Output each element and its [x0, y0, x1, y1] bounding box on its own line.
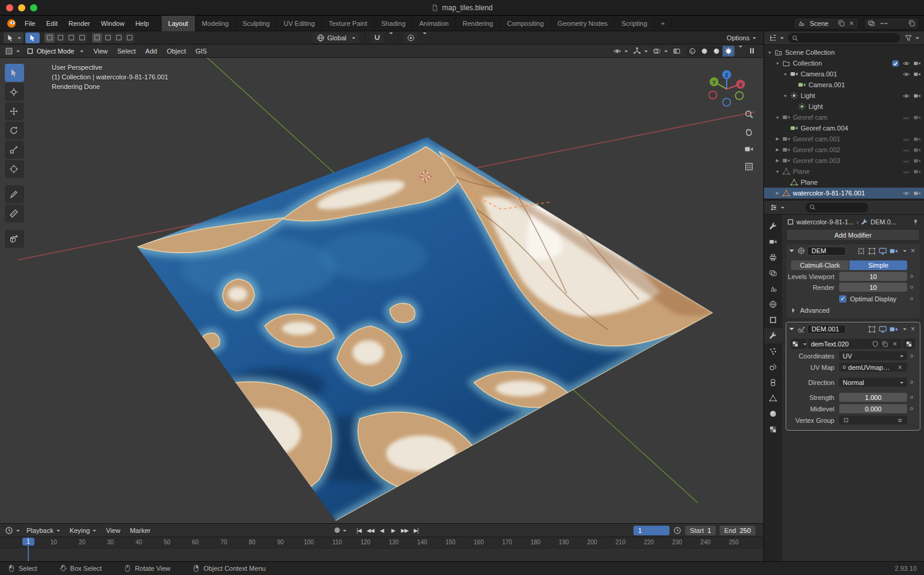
viewport[interactable]: User Perspective (1) Collection | waterc… [0, 58, 763, 523]
render-toggle[interactable] [889, 247, 898, 256]
animate-dot[interactable] [910, 396, 913, 399]
scene-browse-icon[interactable] [797, 19, 805, 27]
viewport-tool-measure[interactable] [5, 204, 24, 223]
enum-catmull-clark[interactable]: Catmull-Clark [791, 260, 849, 270]
viewport-tool-annotate[interactable] [5, 185, 24, 203]
tweak-tool-button[interactable] [25, 32, 40, 43]
camera-icon[interactable] [913, 146, 921, 154]
workspace-tab[interactable]: Modeling [196, 16, 236, 31]
levels-viewport-field[interactable]: 10 [839, 272, 907, 281]
properties-search-input[interactable] [805, 203, 868, 212]
outliner-row[interactable]: Light [764, 101, 924, 112]
transport-button[interactable]: ▶| [410, 525, 422, 536]
realtime-toggle[interactable] [878, 247, 887, 256]
workspace-tab[interactable]: Texture Paint [322, 16, 374, 31]
select-mode-extend-button[interactable] [55, 33, 66, 43]
select-option-4-button[interactable] [125, 33, 135, 43]
blender-logo-icon[interactable] [6, 18, 17, 29]
topbar-menu-item[interactable]: Help [130, 16, 155, 31]
workspace-tab[interactable]: Compositing [500, 16, 551, 31]
pin-icon[interactable] [912, 218, 919, 226]
outliner-filter-dropdown[interactable] [902, 32, 921, 43]
gizmo-neg-z-axis[interactable] [723, 99, 731, 106]
outliner-row[interactable]: ▶ Georef cam.002 [764, 144, 924, 155]
expand-arrow[interactable]: ▶ [774, 191, 781, 195]
camera-icon[interactable] [913, 92, 921, 100]
levels-render-field[interactable]: 10 [839, 283, 907, 292]
copy-texture-button[interactable] [881, 340, 889, 348]
viewport-canvas[interactable] [0, 58, 763, 523]
properties-tab-modifiers[interactable] [764, 328, 782, 343]
add-modifier-button[interactable]: Add Modifier [786, 229, 920, 241]
modifier-extras-menu[interactable] [900, 249, 907, 253]
expand-arrow[interactable]: ▶ [774, 137, 781, 141]
snap-toggle[interactable] [371, 32, 384, 43]
timeline-menu-item[interactable]: View [101, 524, 125, 537]
outliner-row[interactable]: ▼ Collection [764, 58, 924, 69]
workspace-tab[interactable]: Sculpting [236, 16, 277, 31]
delete-modifier-button[interactable] [909, 325, 917, 333]
properties-tab-material[interactable] [764, 406, 782, 422]
view-layer-selector[interactable]: ~~ [864, 17, 919, 29]
camera-view-icon[interactable] [744, 144, 754, 154]
viewport-tool-move[interactable] [5, 102, 24, 120]
viewport-tool-cursor[interactable] [5, 83, 24, 101]
breadcrumb-modifier[interactable]: DEM.0... [870, 218, 896, 226]
animate-dot[interactable] [910, 297, 913, 300]
camera-icon[interactable] [913, 135, 921, 143]
outliner-row[interactable]: Georef cam.004 [764, 123, 924, 134]
current-frame-field[interactable]: 1 [633, 526, 670, 535]
edit-mode-toggle[interactable] [867, 325, 876, 334]
pause-render-button[interactable] [746, 46, 758, 57]
expand-arrow[interactable]: ▼ [781, 72, 789, 76]
view-layer-name[interactable]: ~~ [878, 20, 905, 27]
move-view-icon[interactable] [744, 127, 754, 137]
new-scene-icon[interactable] [837, 19, 845, 27]
select-option-2-button[interactable] [103, 33, 113, 43]
outliner-row[interactable]: ▶ Georef cam.001 [764, 134, 924, 144]
coordinates-dropdown[interactable]: UV [839, 351, 907, 360]
shading-dropdown[interactable] [736, 48, 742, 55]
camera-icon[interactable] [913, 60, 921, 67]
use-preview-range-icon[interactable] [673, 526, 682, 535]
auto-keying-button[interactable] [332, 525, 349, 536]
workspace-tab[interactable]: Geometry Nodes [551, 16, 615, 31]
select-mode-invert-button[interactable] [77, 33, 87, 43]
editor-type-dropdown[interactable] [3, 46, 22, 57]
outliner-row[interactable]: Plane [764, 177, 924, 188]
topbar-menu-item[interactable]: Edit [41, 16, 63, 31]
end-frame-field[interactable]: End 250 [719, 526, 756, 535]
transport-button[interactable]: ◀◀ [365, 525, 376, 536]
eye-icon[interactable] [902, 189, 910, 197]
camera-icon[interactable] [913, 157, 921, 165]
check-icon[interactable] [892, 60, 899, 67]
breadcrumb-object[interactable]: watercolor-9-81-1... [796, 218, 854, 226]
timeline-ruler[interactable]: 1102030405060708090100110120130140150160… [0, 537, 763, 549]
outliner-search-input[interactable] [788, 33, 900, 43]
select-mode-new-button[interactable] [45, 33, 55, 43]
optimal-display-checkbox[interactable] [839, 295, 846, 303]
outliner-row[interactable]: ▶ Georef cam.003 [764, 155, 924, 166]
workspace-tab[interactable]: Rendering [456, 16, 500, 31]
snap-dropdown[interactable] [386, 34, 393, 42]
scene-selector[interactable]: Scene [793, 17, 859, 29]
expand-arrow[interactable]: ▼ [781, 94, 789, 98]
proportional-dropdown[interactable] [420, 34, 427, 42]
strength-field[interactable]: 1.000 [839, 393, 907, 402]
workspace-tab[interactable]: Animation [413, 16, 456, 31]
properties-tab-view-layer[interactable] [764, 265, 782, 281]
orientation-dropdown[interactable]: Global [313, 32, 359, 43]
transport-button[interactable]: ▶ [387, 525, 399, 536]
outliner-row[interactable]: ▼ Light [764, 90, 924, 101]
outliner-row[interactable]: ▼ Georef cam [764, 112, 924, 123]
timeline-menu-item[interactable]: Keying [65, 524, 102, 537]
unlink-scene-icon[interactable] [848, 20, 855, 27]
eye-icon[interactable] [902, 70, 910, 78]
mode-dropdown[interactable]: Object Mode [23, 46, 87, 57]
animate-dot[interactable] [910, 275, 913, 278]
viewport-menu-item[interactable]: Object [162, 45, 191, 58]
timeline-menu-item[interactable]: Marker [125, 524, 155, 537]
proportional-edit-toggle[interactable] [404, 32, 417, 43]
gizmo-neg-y-axis[interactable] [736, 92, 744, 100]
modifier-name-field[interactable]: DEM.001 [807, 325, 846, 334]
